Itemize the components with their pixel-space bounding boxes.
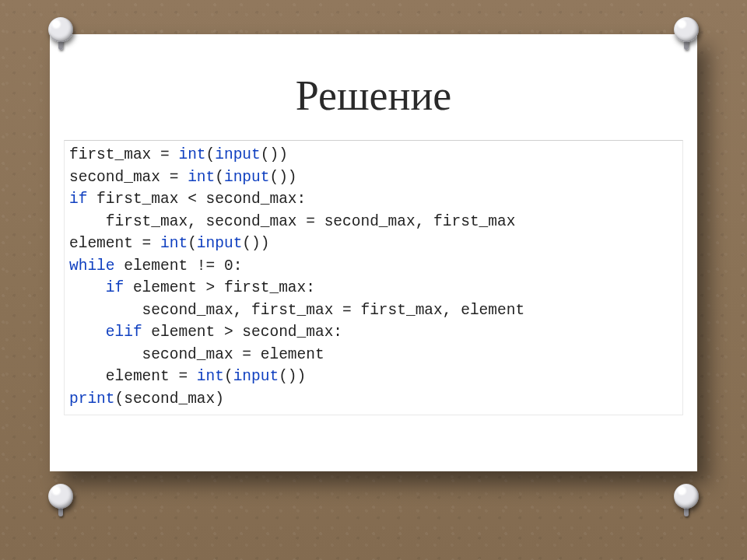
slide-title: Решение: [64, 72, 683, 120]
slide-paper: Решение first_max = int(input()) second_…: [50, 34, 697, 471]
code-block: first_max = int(input()) second_max = in…: [64, 140, 683, 415]
